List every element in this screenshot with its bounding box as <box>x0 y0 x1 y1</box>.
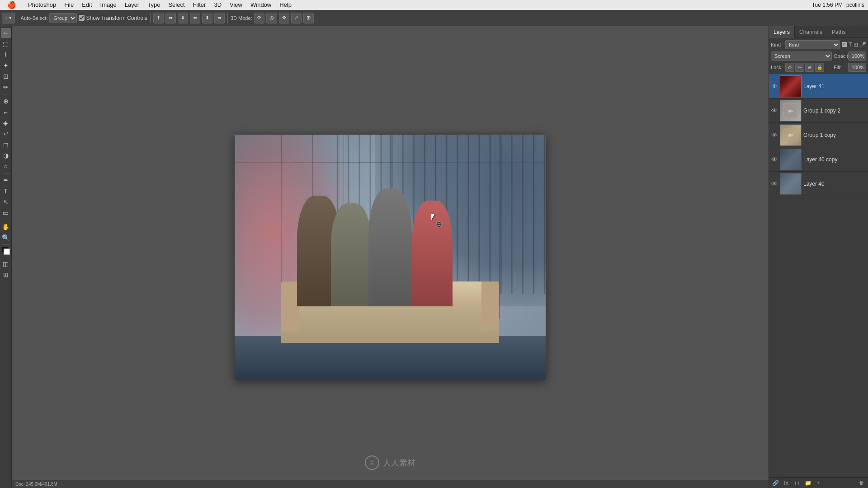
crop-tool[interactable]: ⊡ <box>1 71 11 81</box>
screen-mode-tool[interactable]: ⊞ <box>1 270 11 280</box>
menu-layer[interactable]: Layer <box>121 0 143 10</box>
selection-tool[interactable]: ⬚ <box>1 39 11 49</box>
thumb-group1copy: grp <box>780 124 802 146</box>
move-tool[interactable]: ↔ <box>1 28 11 38</box>
toolbar-sep-1 <box>18 13 18 23</box>
clone-tool[interactable]: ◈ <box>1 118 11 128</box>
visibility-layer40[interactable]: 👁 <box>771 180 778 188</box>
menu-view[interactable]: View <box>226 0 246 10</box>
name-layer40: Layer 40 <box>803 181 866 187</box>
add-mask-btn[interactable]: ◻ <box>793 479 802 488</box>
menu-type[interactable]: Type <box>144 0 164 10</box>
3d-pan-btn[interactable]: ✥ <box>279 13 289 23</box>
layer-item-group1copy2[interactable]: 👁 grp Group 1 copy 2 <box>769 99 868 123</box>
background-color[interactable] <box>4 249 10 255</box>
layer-item-group1copy[interactable]: 👁 grp Group 1 copy <box>769 123 868 147</box>
lasso-tool[interactable]: ⌇ <box>1 50 11 60</box>
3d-slide-btn[interactable]: ⤢ <box>291 13 302 23</box>
lock-transparent-btn[interactable]: ⊘ <box>785 63 794 72</box>
doc-size-text: Doc: 245.9M/491.8M <box>15 482 57 487</box>
tab-paths[interactable]: Paths <box>827 26 851 38</box>
tab-channels[interactable]: Channels <box>795 26 827 38</box>
opacity-input[interactable] <box>848 52 866 61</box>
visibility-group1copy[interactable]: 👁 <box>771 131 778 139</box>
visibility-group1copy2[interactable]: 👁 <box>771 107 778 114</box>
person-4 <box>412 201 452 306</box>
3d-roll-btn[interactable]: ◎ <box>266 13 277 23</box>
dodge-tool[interactable]: ○ <box>1 161 11 171</box>
3d-rotate-btn[interactable]: ⟳ <box>254 13 264 23</box>
panel-tabs: Layers Channels Paths <box>769 26 868 38</box>
layer-item-layer40[interactable]: 👁 Layer 40 <box>769 172 868 196</box>
menu-filter[interactable]: Filter <box>189 0 210 10</box>
lock-all-btn[interactable]: 🔒 <box>815 63 824 72</box>
menu-edit[interactable]: Edit <box>78 0 95 10</box>
apple-menu[interactable]: 🍎 <box>4 0 20 10</box>
show-transform-checkbox[interactable] <box>79 15 85 21</box>
kind-select[interactable]: Kind Name Effect Mode Attribute Color Sm… <box>785 40 840 49</box>
fill-input[interactable] <box>848 63 866 72</box>
menu-window[interactable]: Window <box>247 0 275 10</box>
menu-file[interactable]: File <box>61 0 77 10</box>
eyedropper-tool[interactable]: ✏ <box>1 82 11 92</box>
visibility-layer41[interactable]: 👁 <box>771 83 778 90</box>
pen-tool[interactable]: ✒ <box>1 175 11 185</box>
align-top-btn[interactable]: ⬆ <box>153 13 164 23</box>
lock-position-btn[interactable]: ⊕ <box>805 63 814 72</box>
visibility-layer40copy[interactable]: 👁 <box>771 156 778 163</box>
clock-time: Tue 1:56 PM <box>812 2 843 8</box>
auto-select-select[interactable]: Group Layer <box>49 13 77 23</box>
shape-tool[interactable]: ▭ <box>1 208 11 218</box>
name-group1copy: Group 1 copy <box>803 132 866 138</box>
info-group1copy2: Group 1 copy 2 <box>803 108 866 114</box>
layer-fx-btn[interactable]: fx <box>782 479 791 488</box>
zoom-tool[interactable]: 🔍 <box>1 233 11 243</box>
quick-mask-tool[interactable]: ◫ <box>1 259 11 269</box>
align-vcenter-btn[interactable]: ⬌ <box>165 13 176 23</box>
tool-sep-4 <box>2 244 10 245</box>
info-layer41: Layer 41 <box>803 83 866 89</box>
menu-3d[interactable]: 3D <box>210 0 225 10</box>
type-tool[interactable]: T <box>1 186 11 196</box>
history-brush[interactable]: ↩ <box>1 129 11 139</box>
move-tool-btn[interactable]: ↕ ▾ <box>2 13 15 23</box>
right-panel: Layers Channels Paths Kind Kind Name Eff… <box>769 26 868 488</box>
new-layer-btn[interactable]: + <box>814 479 823 488</box>
name-layer40copy: Layer 40 copy <box>803 156 866 163</box>
align-bottom-btn[interactable]: ⬇ <box>178 13 188 23</box>
menu-photoshop[interactable]: Photoshop <box>24 0 60 10</box>
tab-layers[interactable]: Layers <box>769 26 795 38</box>
auto-select-label: Auto-Select: <box>21 15 48 21</box>
add-group-btn[interactable]: 📁 <box>803 479 812 488</box>
thumb-layer40 <box>780 173 802 195</box>
layer-item-layer41[interactable]: 👁 Layer 41 <box>769 74 868 99</box>
align-hcenter-btn[interactable]: ⬍ <box>202 13 212 23</box>
path-selection-tool[interactable]: ↖ <box>1 197 11 207</box>
layer-list[interactable]: 👁 Layer 41 👁 grp Group 1 copy 2 👁 <box>769 74 868 477</box>
blend-mode-select[interactable]: Screen Normal Multiply Overlay Soft Ligh… <box>771 52 832 61</box>
delete-layer-btn[interactable]: 🗑 <box>857 479 866 488</box>
align-left-btn[interactable]: ⬅ <box>190 13 200 23</box>
gradient-tool[interactable]: ◑ <box>1 150 11 160</box>
canvas-area[interactable]: 人人素材 人人素材 人人素材 人人素材 © 人人素材 ⊕ © 人人素材 <box>12 26 769 488</box>
toolbar-sep-3 <box>227 13 228 23</box>
lock-paint-btn[interactable]: ✏ <box>795 63 804 72</box>
name-layer41: Layer 41 <box>803 83 866 89</box>
align-right-btn[interactable]: ➡ <box>214 13 225 23</box>
hand-tool[interactable]: ✋ <box>1 222 11 232</box>
menu-image[interactable]: Image <box>97 0 120 10</box>
eraser-tool[interactable]: ◻ <box>1 140 11 150</box>
link-layers-btn[interactable]: 🔗 <box>771 479 780 488</box>
color-picker[interactable] <box>2 247 10 255</box>
show-transform-label[interactable]: Show Transform Controls <box>79 15 147 21</box>
brush-tool[interactable]: ⌐ <box>1 107 11 117</box>
quick-select-tool[interactable]: ✦ <box>1 61 11 70</box>
layer-item-layer40copy[interactable]: 👁 Layer 40 copy <box>769 147 868 172</box>
menu-help[interactable]: Help <box>276 0 295 10</box>
healing-tool[interactable]: ⊕ <box>1 96 11 106</box>
menu-select[interactable]: Select <box>165 0 188 10</box>
opacity-label: Opacity: <box>834 53 846 59</box>
3d-scale-btn[interactable]: ⊞ <box>303 13 314 23</box>
fill-label: Fill: <box>834 65 846 70</box>
lock-label: Lock: <box>771 65 783 70</box>
